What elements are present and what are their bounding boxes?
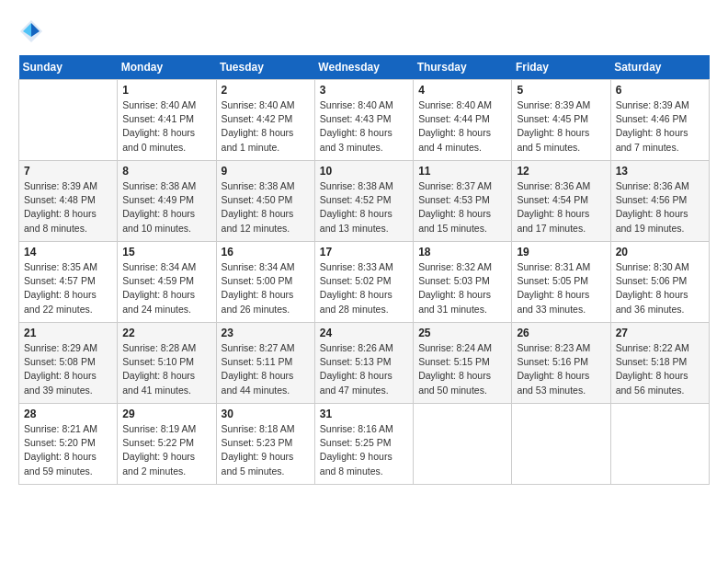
calendar-week-row: 7Sunrise: 8:39 AMSunset: 4:48 PMDaylight… (19, 161, 710, 242)
calendar-day-cell: 26Sunrise: 8:23 AMSunset: 5:16 PMDayligh… (512, 323, 610, 404)
calendar-day-cell: 19Sunrise: 8:31 AMSunset: 5:05 PMDayligh… (512, 242, 610, 323)
day-number: 26 (517, 327, 605, 339)
calendar-day-cell: 10Sunrise: 8:38 AMSunset: 4:52 PMDayligh… (314, 161, 413, 242)
calendar-week-row: 21Sunrise: 8:29 AMSunset: 5:08 PMDayligh… (19, 323, 710, 404)
calendar-day-cell (19, 80, 118, 161)
calendar-day-cell: 18Sunrise: 8:32 AMSunset: 5:03 PMDayligh… (414, 242, 512, 323)
calendar-week-row: 1Sunrise: 8:40 AMSunset: 4:41 PMDaylight… (19, 80, 710, 161)
calendar-day-cell: 21Sunrise: 8:29 AMSunset: 5:08 PMDayligh… (19, 323, 118, 404)
day-info: Sunrise: 8:39 AMSunset: 4:46 PMDaylight:… (616, 98, 704, 155)
day-number: 15 (122, 246, 210, 259)
day-info: Sunrise: 8:18 AMSunset: 5:23 PMDaylight:… (222, 422, 310, 478)
calendar-day-cell: 11Sunrise: 8:37 AMSunset: 4:53 PMDayligh… (414, 161, 512, 242)
logo-icon (18, 18, 44, 44)
calendar-day-cell: 22Sunrise: 8:28 AMSunset: 5:10 PMDayligh… (118, 323, 216, 404)
calendar-day-cell: 27Sunrise: 8:22 AMSunset: 5:18 PMDayligh… (610, 323, 709, 404)
day-number: 1 (122, 84, 210, 97)
day-info: Sunrise: 8:36 AMSunset: 4:56 PMDaylight:… (616, 179, 704, 236)
day-info: Sunrise: 8:40 AMSunset: 4:43 PMDaylight:… (320, 98, 408, 155)
calendar-day-cell: 2Sunrise: 8:40 AMSunset: 4:42 PMDaylight… (216, 80, 314, 161)
calendar-day-cell: 28Sunrise: 8:21 AMSunset: 5:20 PMDayligh… (19, 404, 118, 485)
day-info: Sunrise: 8:38 AMSunset: 4:50 PMDaylight:… (222, 179, 310, 236)
calendar-day-cell: 9Sunrise: 8:38 AMSunset: 4:50 PMDaylight… (216, 161, 314, 242)
calendar-body: 1Sunrise: 8:40 AMSunset: 4:41 PMDaylight… (19, 80, 710, 485)
day-number: 11 (418, 165, 506, 178)
day-info: Sunrise: 8:34 AMSunset: 5:00 PMDaylight:… (222, 260, 310, 316)
calendar-day-cell: 29Sunrise: 8:19 AMSunset: 5:22 PMDayligh… (118, 404, 216, 485)
logo (18, 18, 48, 44)
day-info: Sunrise: 8:19 AMSunset: 5:22 PMDaylight:… (122, 422, 210, 478)
day-info: Sunrise: 8:26 AMSunset: 5:13 PMDaylight:… (320, 341, 408, 397)
day-info: Sunrise: 8:24 AMSunset: 5:15 PMDaylight:… (418, 341, 506, 397)
calendar-day-cell: 7Sunrise: 8:39 AMSunset: 4:48 PMDaylight… (19, 161, 118, 242)
day-info: Sunrise: 8:37 AMSunset: 4:53 PMDaylight:… (418, 179, 506, 236)
day-info: Sunrise: 8:28 AMSunset: 5:10 PMDaylight:… (122, 341, 210, 397)
calendar-day-cell (512, 404, 610, 485)
weekday-header-row: SundayMondayTuesdayWednesdayThursdayFrid… (19, 55, 710, 80)
calendar-day-cell: 30Sunrise: 8:18 AMSunset: 5:23 PMDayligh… (216, 404, 314, 485)
day-number: 21 (24, 327, 112, 339)
calendar-day-cell: 1Sunrise: 8:40 AMSunset: 4:41 PMDaylight… (118, 80, 216, 161)
day-number: 12 (517, 165, 605, 178)
calendar-day-cell: 4Sunrise: 8:40 AMSunset: 4:44 PMDaylight… (414, 80, 512, 161)
weekday-header-cell: Tuesday (216, 55, 314, 80)
calendar-day-cell: 24Sunrise: 8:26 AMSunset: 5:13 PMDayligh… (314, 323, 413, 404)
day-number: 17 (320, 246, 408, 259)
calendar-table: SundayMondayTuesdayWednesdayThursdayFrid… (18, 55, 710, 485)
day-info: Sunrise: 8:21 AMSunset: 5:20 PMDaylight:… (24, 422, 112, 478)
day-info: Sunrise: 8:23 AMSunset: 5:16 PMDaylight:… (517, 341, 605, 397)
calendar-day-cell: 14Sunrise: 8:35 AMSunset: 4:57 PMDayligh… (19, 242, 118, 323)
day-number: 4 (418, 84, 506, 97)
calendar-day-cell: 13Sunrise: 8:36 AMSunset: 4:56 PMDayligh… (610, 161, 709, 242)
calendar-day-cell: 31Sunrise: 8:16 AMSunset: 5:25 PMDayligh… (314, 404, 413, 485)
day-number: 24 (320, 327, 408, 339)
day-number: 16 (222, 246, 310, 259)
weekday-header-cell: Wednesday (314, 55, 413, 80)
day-number: 19 (517, 246, 605, 259)
weekday-header-cell: Friday (512, 55, 610, 80)
day-number: 30 (222, 408, 310, 420)
day-number: 31 (320, 408, 408, 420)
day-number: 20 (616, 246, 704, 259)
calendar-day-cell (610, 404, 709, 485)
day-number: 10 (320, 165, 408, 178)
day-info: Sunrise: 8:22 AMSunset: 5:18 PMDaylight:… (616, 341, 704, 397)
calendar-day-cell: 3Sunrise: 8:40 AMSunset: 4:43 PMDaylight… (314, 80, 413, 161)
calendar-day-cell: 8Sunrise: 8:38 AMSunset: 4:49 PMDaylight… (118, 161, 216, 242)
day-number: 14 (24, 246, 112, 259)
day-info: Sunrise: 8:40 AMSunset: 4:42 PMDaylight:… (222, 98, 310, 155)
weekday-header-cell: Saturday (610, 55, 709, 80)
day-number: 2 (222, 84, 310, 97)
day-number: 22 (122, 327, 210, 339)
day-info: Sunrise: 8:29 AMSunset: 5:08 PMDaylight:… (24, 341, 112, 397)
day-number: 3 (320, 84, 408, 97)
calendar-day-cell: 5Sunrise: 8:39 AMSunset: 4:45 PMDaylight… (512, 80, 610, 161)
day-info: Sunrise: 8:38 AMSunset: 4:52 PMDaylight:… (320, 179, 408, 236)
day-number: 23 (222, 327, 310, 339)
page: SundayMondayTuesdayWednesdayThursdayFrid… (0, 0, 728, 494)
calendar-day-cell (414, 404, 512, 485)
calendar-day-cell: 6Sunrise: 8:39 AMSunset: 4:46 PMDaylight… (610, 80, 709, 161)
day-number: 28 (24, 408, 112, 420)
day-number: 5 (517, 84, 605, 97)
calendar-day-cell: 16Sunrise: 8:34 AMSunset: 5:00 PMDayligh… (216, 242, 314, 323)
day-number: 13 (616, 165, 704, 178)
weekday-header-cell: Monday (118, 55, 216, 80)
day-info: Sunrise: 8:32 AMSunset: 5:03 PMDaylight:… (418, 260, 506, 316)
weekday-header-cell: Thursday (414, 55, 512, 80)
day-info: Sunrise: 8:27 AMSunset: 5:11 PMDaylight:… (222, 341, 310, 397)
day-info: Sunrise: 8:16 AMSunset: 5:25 PMDaylight:… (320, 422, 408, 478)
calendar-day-cell: 23Sunrise: 8:27 AMSunset: 5:11 PMDayligh… (216, 323, 314, 404)
day-info: Sunrise: 8:39 AMSunset: 4:45 PMDaylight:… (517, 98, 605, 155)
day-info: Sunrise: 8:40 AMSunset: 4:41 PMDaylight:… (122, 98, 210, 155)
day-number: 8 (122, 165, 210, 178)
day-number: 25 (418, 327, 506, 339)
calendar-day-cell: 20Sunrise: 8:30 AMSunset: 5:06 PMDayligh… (610, 242, 709, 323)
calendar-day-cell: 12Sunrise: 8:36 AMSunset: 4:54 PMDayligh… (512, 161, 610, 242)
calendar-day-cell: 25Sunrise: 8:24 AMSunset: 5:15 PMDayligh… (414, 323, 512, 404)
day-info: Sunrise: 8:33 AMSunset: 5:02 PMDaylight:… (320, 260, 408, 316)
day-info: Sunrise: 8:36 AMSunset: 4:54 PMDaylight:… (517, 179, 605, 236)
day-info: Sunrise: 8:34 AMSunset: 4:59 PMDaylight:… (122, 260, 210, 316)
day-info: Sunrise: 8:31 AMSunset: 5:05 PMDaylight:… (517, 260, 605, 316)
day-info: Sunrise: 8:40 AMSunset: 4:44 PMDaylight:… (418, 98, 506, 155)
